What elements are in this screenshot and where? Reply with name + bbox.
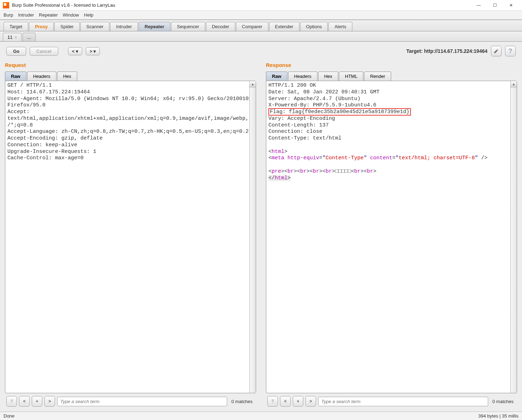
toolbar: Go Cancel < ▾ > ▾ Target: http://114.67.…: [0, 42, 522, 61]
question-icon: ?: [271, 399, 274, 404]
target-label: Target: http://114.67.175.224:19464: [406, 48, 487, 54]
status-right: 394 bytes | 35 millis: [478, 413, 518, 419]
menu-repeater[interactable]: Repeater: [39, 12, 57, 18]
menu-intruder[interactable]: Intruder: [18, 12, 34, 18]
tab-intruder[interactable]: Intruder: [110, 22, 138, 31]
request-pane: Request Raw Headers Hex GET / HTTP/1.1 H…: [0, 61, 261, 412]
menu-window[interactable]: Window: [63, 12, 79, 18]
tab-proxy[interactable]: Proxy: [29, 22, 54, 31]
search-prev-button[interactable]: <: [19, 396, 30, 407]
search-next-button[interactable]: >: [305, 396, 316, 407]
app-logo-icon: [3, 2, 9, 8]
tab-scanner[interactable]: Scanner: [80, 22, 109, 31]
next-button[interactable]: > ▾: [86, 47, 100, 55]
response-tab-render[interactable]: Render: [364, 72, 391, 81]
tab-alerts[interactable]: Alerts: [328, 22, 352, 31]
flag-highlight: Flag: flag{f0edec35b2a90e45d21e5a9187399…: [268, 108, 411, 116]
tab-spider[interactable]: Spider: [54, 22, 80, 31]
tab-extender[interactable]: Extender: [269, 22, 299, 31]
request-search-bar: ? < + > 0 matches: [5, 393, 256, 408]
scroll-up-icon[interactable]: ▲: [511, 81, 517, 87]
menu-burp[interactable]: Burp: [4, 12, 13, 18]
sub-tab-label: 11: [7, 35, 12, 40]
response-raw-editor[interactable]: HTTP/1.1 200 OK Date: Sat, 08 Jan 2022 0…: [266, 81, 517, 393]
minimize-button[interactable]: —: [471, 0, 487, 11]
search-prev-button[interactable]: <: [280, 396, 291, 407]
search-add-button[interactable]: +: [293, 396, 303, 407]
tab-target[interactable]: Target: [4, 22, 28, 31]
edit-target-button[interactable]: [491, 46, 502, 56]
maximize-button[interactable]: ☐: [487, 0, 503, 11]
scroll-up-icon[interactable]: ▲: [250, 81, 256, 87]
search-next-button[interactable]: >: [44, 396, 55, 407]
tab-repeater[interactable]: Repeater: [139, 22, 170, 31]
response-tab-html[interactable]: HTML: [339, 72, 363, 81]
request-match-count: 0 matches: [229, 399, 255, 404]
response-search-bar: ? < + > 0 matches: [266, 393, 517, 408]
pencil-icon: [493, 48, 499, 54]
tab-options[interactable]: Options: [300, 22, 328, 31]
close-icon[interactable]: ×: [14, 35, 17, 39]
prev-button[interactable]: < ▾: [68, 47, 82, 55]
window-title: Burp Suite Professional v1.6 - licensed …: [12, 2, 471, 8]
response-tab-hex[interactable]: Hex: [318, 72, 338, 81]
sub-tab-11[interactable]: 11 ×: [3, 33, 22, 41]
request-scrollbar[interactable]: ▲: [249, 81, 256, 393]
tab-decoder[interactable]: Decoder: [206, 22, 235, 31]
request-tab-headers[interactable]: Headers: [27, 72, 56, 81]
cancel-button[interactable]: Cancel: [30, 47, 58, 56]
tab-comparer[interactable]: Comparer: [236, 22, 268, 31]
question-icon: ?: [509, 48, 512, 55]
request-search-input[interactable]: [57, 397, 227, 406]
status-left: Done: [4, 413, 14, 419]
request-title: Request: [5, 61, 256, 72]
response-match-count: 0 matches: [490, 399, 516, 404]
main-tabs: Target Proxy Spider Scanner Intruder Rep…: [0, 20, 522, 31]
titlebar: Burp Suite Professional v1.6 - licensed …: [0, 0, 522, 11]
help-button[interactable]: ?: [505, 46, 516, 56]
statusbar: Done 394 bytes | 35 millis: [0, 412, 522, 420]
response-search-input[interactable]: [318, 397, 488, 406]
close-button[interactable]: ✕: [503, 0, 519, 11]
search-help-button[interactable]: ?: [6, 396, 17, 407]
response-scrollbar[interactable]: ▲: [510, 81, 517, 393]
search-help-button[interactable]: ?: [267, 396, 278, 407]
response-pane: Response Raw Headers Hex HTML Render HTT…: [261, 61, 522, 412]
sub-tabs: 11 × ...: [0, 31, 522, 42]
request-tab-hex[interactable]: Hex: [57, 72, 77, 81]
go-button[interactable]: Go: [6, 47, 26, 56]
request-tab-raw[interactable]: Raw: [5, 72, 26, 81]
menubar: Burp Intruder Repeater Window Help: [0, 11, 522, 20]
request-raw-editor[interactable]: GET / HTTP/1.1 Host: 114.67.175.224:1946…: [5, 81, 256, 393]
question-icon: ?: [10, 399, 13, 404]
sub-tab-more[interactable]: ...: [23, 33, 36, 41]
search-add-button[interactable]: +: [32, 396, 42, 407]
tab-sequencer[interactable]: Sequencer: [171, 22, 205, 31]
response-title: Response: [266, 61, 517, 72]
response-tab-headers[interactable]: Headers: [288, 72, 317, 81]
response-tab-raw[interactable]: Raw: [266, 72, 287, 81]
menu-help[interactable]: Help: [84, 12, 93, 18]
